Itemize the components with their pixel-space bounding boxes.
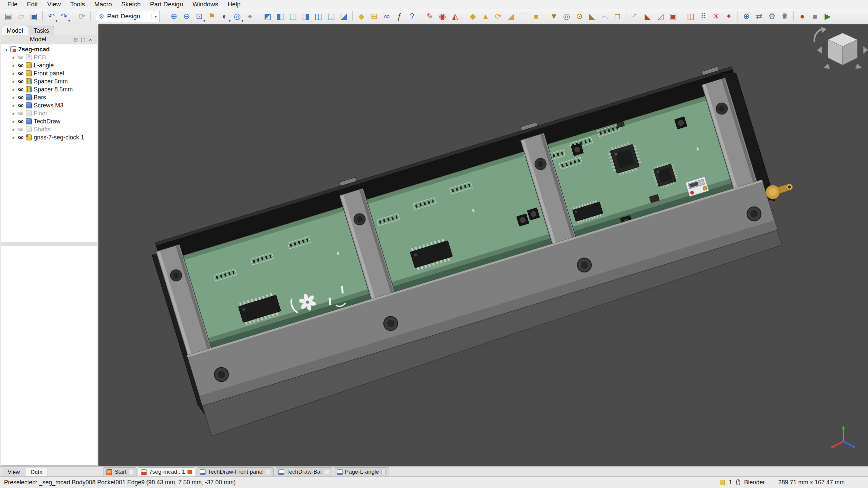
menu-windows[interactable]: Windows [188,0,223,8]
subtractive-loft-icon[interactable]: ◣ [586,10,598,22]
tab-box-icon[interactable] [381,470,386,474]
navigation-style[interactable]: Blender [744,479,765,486]
doc-tab-page-l-angle[interactable]: Page-L-angle [334,467,389,476]
tree-item-screws-m3[interactable]: ▸Screws M3 [1,101,97,109]
create-group-icon[interactable]: ⊞ [368,10,380,22]
multi-transform-icon[interactable]: ✦ [723,10,735,22]
new-document-icon[interactable]: ▤ [2,10,14,22]
tab-tasks[interactable]: Tasks [29,26,54,35]
doc-tab-7seg-mcad-1[interactable]: 7seg-mcad : 1 [138,467,195,476]
view-right-icon[interactable]: ◨ [300,10,312,22]
visibility-eye-icon[interactable] [18,88,23,91]
hole-icon[interactable]: ◎ [561,10,573,22]
create-sketch-icon[interactable]: ✎ [424,10,436,22]
expand-arrow-icon[interactable]: ▸ [11,71,17,76]
revolution-icon[interactable]: ⟳ [492,10,504,22]
pad-icon[interactable]: ▲ [479,10,492,22]
map-sketch-icon[interactable]: ◭ [449,10,461,22]
expand-arrow-icon[interactable]: ▸ [11,103,17,108]
view-top-icon[interactable]: ◰ [287,10,299,22]
visibility-eye-icon[interactable] [18,112,23,115]
set-appearance-icon[interactable]: ◆ [355,10,367,22]
menu-file[interactable]: File [3,0,22,8]
macro-execute-icon[interactable]: ▶ [822,10,834,22]
undo-icon[interactable]: ↶▾ [45,10,57,22]
linear-pattern-icon[interactable]: ⠿ [698,10,710,22]
menu-view[interactable]: View [42,0,65,8]
tab-data[interactable]: Data [26,468,48,476]
visibility-eye-icon[interactable] [18,136,23,139]
mirrored-icon[interactable]: ◫ [685,10,697,22]
create-body-icon[interactable]: ◆ [467,10,479,22]
whats-this-icon[interactable]: ? [406,10,418,22]
save-icon[interactable]: ▣ [28,10,40,22]
tab-model[interactable]: Model [2,26,28,35]
pocket-icon[interactable]: ▼ [548,10,560,22]
view-isometric-icon[interactable]: ◩ [261,10,274,22]
visibility-eye-icon[interactable] [18,96,23,99]
tree-item-techdraw[interactable]: ▸TechDraw [1,118,97,125]
tree-item-floor[interactable]: ▸Floor [1,109,97,118]
menu-help[interactable]: Help [223,0,245,8]
view-bottom-icon[interactable]: ◲ [325,10,337,22]
macro-record-icon[interactable]: ● [796,10,808,22]
tree-item-spacer-5mm[interactable]: ▸Spacer 5mm [1,77,97,86]
doc-tab-start[interactable]: Start [103,467,136,476]
thickness-icon[interactable]: ▣ [667,10,679,22]
float-panel-icon[interactable]: ▢ [80,37,87,43]
menu-sketch[interactable]: Sketch [117,0,145,8]
tree-item-pcb[interactable]: ▸PCB [1,53,97,61]
expand-arrow-icon[interactable]: ▸ [11,55,17,60]
tab-box-icon[interactable] [266,470,270,474]
subtractive-pipe-icon[interactable]: ⌓ [599,10,611,22]
visibility-eye-icon[interactable] [18,72,23,75]
view-left-icon[interactable]: ◪ [338,10,350,22]
visibility-eye-icon[interactable] [18,128,23,131]
draft-icon[interactable]: ◿ [654,10,666,22]
doc-tab-techdraw-bar[interactable]: TechDraw-Bar [275,467,332,476]
open-document-icon[interactable]: ▱ [15,10,27,22]
tab-box-icon[interactable] [129,470,133,474]
polar-pattern-icon[interactable]: ✳ [710,10,722,22]
axis-cross-icon[interactable]: ⌖ [244,10,256,22]
zoom-in-icon[interactable]: ⊕ [168,10,180,22]
tab-view[interactable]: View [3,468,25,476]
expand-arrow-icon[interactable]: ▸ [11,135,17,140]
visibility-eye-icon[interactable] [18,56,23,59]
3d-scene[interactable] [98,24,868,466]
zoom-out-icon[interactable]: ⊖ [181,10,192,22]
view-front-icon[interactable]: ◧ [274,10,286,22]
chamfer-icon[interactable]: ◣ [642,10,654,22]
menu-tools[interactable]: Tools [65,0,89,8]
doc-tab-techdraw-front-panel[interactable]: TechDraw-Front panel [196,467,274,476]
menu-edit[interactable]: Edit [22,0,43,8]
panel-splitter[interactable] [1,243,97,245]
3d-viewport[interactable] [98,24,868,466]
visibility-eye-icon[interactable] [18,120,23,123]
tree-item-front-panel[interactable]: ▸Front panel [1,69,97,77]
visibility-eye-icon[interactable] [18,104,23,107]
close-panel-icon[interactable]: × [87,37,94,42]
involute-gear-icon[interactable]: ✺ [779,10,790,22]
expand-arrow-icon[interactable]: ▸ [11,87,17,92]
modified-indicator[interactable] [188,470,192,474]
expand-arrow-icon[interactable]: ▸ [11,127,17,132]
make-link-icon[interactable]: ∞ [381,10,393,22]
visibility-eye-icon[interactable] [18,80,23,83]
menu-macro[interactable]: Macro [90,0,117,8]
subtractive-primitive-icon[interactable]: □ [611,10,623,22]
expand-arrow-icon[interactable]: ▸ [11,119,17,124]
shaft-wizard-icon[interactable]: ⚙ [766,10,778,22]
sync-view-icon[interactable]: ⚑ [206,10,218,22]
dock-panel-icon[interactable]: ⊟ [72,37,80,43]
view-rear-icon[interactable]: ◫ [312,10,324,22]
tree-item-l-angle[interactable]: ▸L-angle [1,61,97,69]
tree-item-shafts[interactable]: ▸Shafts [1,125,97,133]
additive-primitive-icon[interactable]: ■ [530,10,542,22]
expression-icon[interactable]: ƒ [394,10,405,22]
expand-arrow-icon[interactable]: ▸ [11,63,17,68]
menu-part-design[interactable]: Part Design [145,0,188,8]
refresh-icon[interactable]: ⟳ [76,10,88,22]
expand-arrow-icon[interactable]: ▸ [11,111,17,116]
draw-style-icon[interactable]: ◐▾ [219,10,230,22]
